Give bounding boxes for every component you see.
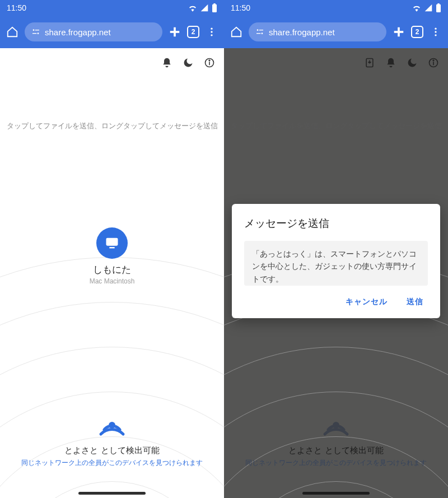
dialog-title: メッセージを送信 [244, 216, 428, 231]
broadcast-subtitle: 同じネットワーク上の全員がこのデバイスを見つけられます [21, 458, 203, 468]
screenshot-right: 11:50 share.frogapp.net 2 [224, 0, 448, 498]
svg-point-10 [211, 34, 212, 36]
more-icon[interactable] [204, 24, 220, 40]
home-icon[interactable] [4, 24, 20, 40]
nav-handle[interactable] [78, 492, 146, 495]
battery-icon [436, 3, 441, 12]
tabs-button[interactable]: 2 [411, 26, 423, 38]
message-input[interactable] [244, 241, 428, 286]
svg-rect-7 [170, 31, 180, 33]
discovered-device[interactable]: しもにた Mac Macintosh [0, 227, 224, 285]
wifi-icon [188, 4, 197, 12]
svg-point-4 [38, 32, 39, 34]
svg-rect-18 [437, 3, 439, 4]
status-icons [412, 3, 441, 12]
desktop-icon [104, 235, 120, 251]
svg-rect-17 [436, 4, 441, 12]
cancel-button[interactable]: キャンセル [346, 297, 388, 307]
status-bar: 11:50 [0, 0, 224, 16]
svg-point-13 [209, 60, 210, 61]
svg-rect-1 [213, 3, 215, 4]
svg-point-2 [33, 29, 35, 31]
wifi-icon [412, 4, 421, 12]
browser-toolbar: share.frogapp.net 2 [0, 16, 224, 48]
broadcast-section[interactable]: とよさと として検出可能 同じネットワーク上の全員がこのデバイスを見つけられます [0, 408, 224, 468]
dialog-actions: キャンセル 送信 [244, 288, 428, 311]
battery-icon [212, 3, 217, 12]
svg-point-19 [257, 29, 259, 31]
svg-rect-20 [259, 30, 263, 30]
svg-point-25 [435, 28, 436, 30]
send-button[interactable]: 送信 [407, 297, 423, 307]
browser-toolbar: share.frogapp.net 2 [224, 16, 448, 48]
status-time: 11:50 [7, 3, 26, 12]
svg-rect-15 [109, 247, 114, 248]
url-text: share.frogapp.net [269, 27, 335, 37]
dark-mode-icon[interactable] [181, 56, 195, 69]
status-icons [188, 3, 217, 12]
status-bar: 11:50 [224, 0, 448, 16]
svg-point-26 [435, 31, 436, 32]
new-tab-icon[interactable] [391, 24, 407, 40]
device-avatar [96, 227, 128, 259]
svg-rect-5 [32, 33, 36, 34]
site-settings-icon [255, 27, 264, 36]
svg-point-27 [435, 34, 436, 36]
app-toolbar [156, 52, 221, 74]
broadcast-title: とよさと として検出可能 [64, 445, 159, 456]
new-tab-icon[interactable] [167, 24, 183, 40]
screenshot-left: 11:50 share.frogapp.net 2 [0, 0, 224, 498]
address-bar[interactable]: share.frogapp.net [249, 22, 386, 41]
svg-point-21 [262, 32, 263, 34]
svg-rect-0 [212, 4, 217, 12]
svg-point-9 [211, 31, 212, 32]
more-icon[interactable] [428, 24, 444, 40]
url-text: share.frogapp.net [45, 27, 111, 37]
svg-point-8 [211, 28, 212, 30]
svg-rect-22 [256, 33, 260, 34]
hint-text: タップしてファイルを送信、ロングタップしてメッセージを送信 [0, 121, 224, 131]
signal-icon [424, 4, 432, 12]
svg-rect-24 [394, 31, 404, 33]
device-subtitle: Mac Macintosh [90, 277, 135, 285]
app-content: タップしてファイルを送信、ロングタップしてメッセージを送信 しもにた Mac M… [0, 48, 224, 498]
site-settings-icon [31, 27, 40, 36]
home-icon[interactable] [228, 24, 244, 40]
address-bar[interactable]: share.frogapp.net [25, 22, 162, 41]
svg-rect-3 [35, 30, 39, 30]
status-time: 11:50 [231, 3, 250, 12]
broadcast-icon [96, 408, 128, 440]
send-message-dialog: メッセージを送信 キャンセル 送信 [232, 204, 440, 318]
info-icon[interactable] [203, 56, 216, 69]
svg-rect-14 [106, 238, 118, 246]
device-name: しもにた [93, 263, 131, 276]
notifications-icon[interactable] [160, 56, 174, 69]
tabs-button[interactable]: 2 [187, 26, 199, 38]
signal-icon [200, 4, 208, 12]
